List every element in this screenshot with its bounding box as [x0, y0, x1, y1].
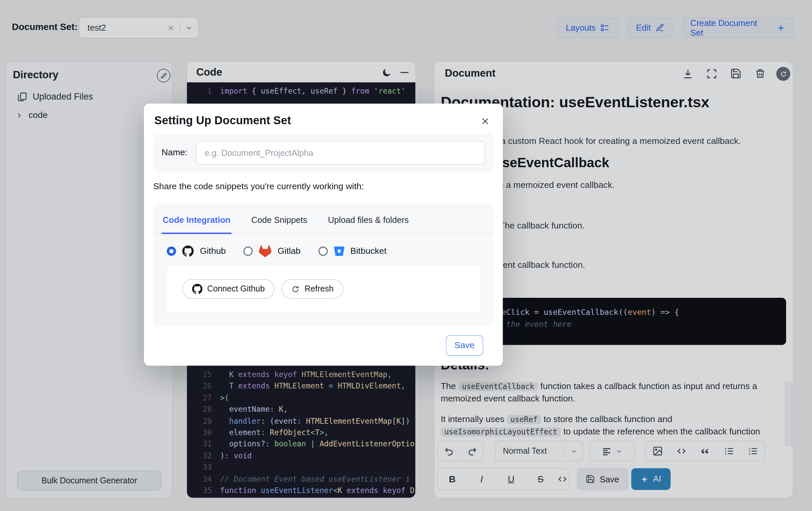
gitlab-icon — [259, 245, 271, 257]
tab-code-snippets[interactable]: Code Snippets — [250, 215, 309, 234]
bitbucket-icon — [334, 246, 344, 256]
github-icon — [182, 246, 194, 257]
connect-github-label: Connect Github — [207, 284, 265, 294]
refresh-label: Refresh — [305, 284, 334, 294]
connect-section: Connect Github Refresh — [167, 266, 480, 312]
bitbucket-label: Bitbucket — [350, 246, 387, 256]
setting-up-document-set-modal: Setting Up Document Set Name: Share the … — [144, 104, 502, 366]
name-section: Name: — [153, 134, 494, 172]
tab-code-integration[interactable]: Code Integration — [162, 215, 231, 234]
app-root: Document Set: test2 Layouts Edit Creat — [0, 0, 812, 511]
bitbucket-radio[interactable] — [318, 247, 327, 256]
share-text: Share the code snippets you're currently… — [153, 181, 364, 192]
gitlab-radio[interactable] — [243, 247, 253, 256]
github-icon — [192, 284, 203, 294]
close-icon[interactable] — [480, 116, 490, 126]
github-radio[interactable] — [167, 247, 176, 256]
connect-github-button[interactable]: Connect Github — [182, 279, 274, 299]
name-input[interactable] — [196, 141, 485, 165]
modal-save-button[interactable]: Save — [446, 335, 483, 356]
integration-section: Code Integration Code Snippets Upload fi… — [153, 203, 494, 326]
name-label: Name: — [162, 148, 187, 158]
refresh-icon — [291, 284, 300, 293]
gitlab-label: Gitlab — [278, 246, 301, 256]
integration-radio-row: Github Gitlab Bitbucket — [167, 245, 494, 257]
refresh-button[interactable]: Refresh — [282, 279, 344, 299]
modal-title: Setting Up Document Set — [154, 114, 291, 127]
integration-tabs: Code Integration Code Snippets Upload fi… — [153, 203, 494, 233]
tab-upload-files[interactable]: Upload files & folders — [327, 215, 410, 234]
github-label: Github — [200, 246, 226, 256]
